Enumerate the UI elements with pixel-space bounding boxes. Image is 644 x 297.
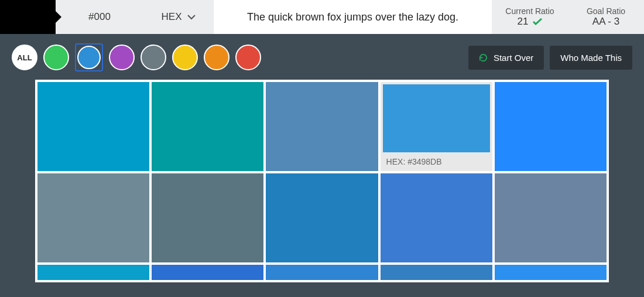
color-tile[interactable] [266, 265, 378, 280]
color-tile[interactable] [495, 173, 607, 262]
current-ratio-box: Current Ratio 21 [492, 0, 568, 34]
color-tile[interactable] [381, 173, 492, 262]
current-ratio-value: 21 [518, 16, 529, 28]
who-made-this-button[interactable]: Who Made This [550, 46, 632, 70]
goal-ratio-label: Goal Ratio [587, 6, 625, 16]
filter-green[interactable] [43, 45, 69, 70]
color-grid-wrap: HEX: #3498DB [0, 80, 644, 282]
color-tile[interactable] [381, 265, 492, 280]
color-tile[interactable] [266, 173, 378, 262]
sample-text-area[interactable]: The quick brown fox jumps over the lazy … [214, 0, 492, 34]
toolbar: ALL Start Over Who Made This [0, 34, 644, 80]
color-tile[interactable]: HEX: #3498DB [381, 82, 492, 171]
color-grid: HEX: #3498DB [35, 80, 609, 282]
filter-purple[interactable] [109, 45, 135, 70]
topbar: #000 HEX The quick brown fox jumps over … [0, 0, 644, 34]
color-tile[interactable] [37, 265, 149, 280]
tile-color-area [383, 84, 490, 152]
color-tile[interactable] [152, 82, 263, 171]
chevron-down-icon [187, 15, 196, 20]
filter-chip-inner [77, 46, 101, 69]
color-tile[interactable] [152, 173, 263, 262]
filter-gray[interactable] [141, 45, 166, 70]
color-tile[interactable] [495, 265, 607, 280]
format-dropdown[interactable]: HEX [143, 0, 214, 34]
color-tile[interactable] [152, 265, 263, 280]
tile-hex-caption: HEX: #3498DB [383, 152, 490, 170]
who-made-this-label: Who Made This [560, 53, 622, 63]
filter-red[interactable] [235, 45, 261, 70]
format-label: HEX [162, 11, 182, 23]
color-tile[interactable] [266, 82, 378, 171]
sample-text: The quick brown fox jumps over the lazy … [247, 11, 458, 23]
goal-ratio-box[interactable]: Goal Ratio AA - 3 [568, 0, 644, 34]
color-tile[interactable] [495, 82, 607, 171]
refresh-icon [479, 53, 488, 62]
filter-blue[interactable] [75, 43, 103, 71]
current-ratio-label: Current Ratio [505, 6, 554, 16]
goal-ratio-value: AA - 3 [592, 16, 619, 28]
start-over-label: Start Over [494, 53, 533, 63]
color-tile[interactable] [37, 82, 149, 171]
hex-value-input[interactable]: #000 [56, 0, 143, 34]
check-icon [533, 18, 542, 25]
filter-all-label: ALL [17, 53, 32, 62]
filter-orange[interactable] [204, 45, 229, 70]
swatch-arrow-icon [56, 11, 61, 23]
hex-value-text: #000 [88, 11, 111, 23]
start-over-button[interactable]: Start Over [468, 46, 544, 70]
filter-yellow[interactable] [172, 45, 198, 70]
filter-all[interactable]: ALL [12, 45, 37, 70]
color-swatch[interactable] [0, 0, 56, 34]
color-tile[interactable] [37, 173, 149, 262]
